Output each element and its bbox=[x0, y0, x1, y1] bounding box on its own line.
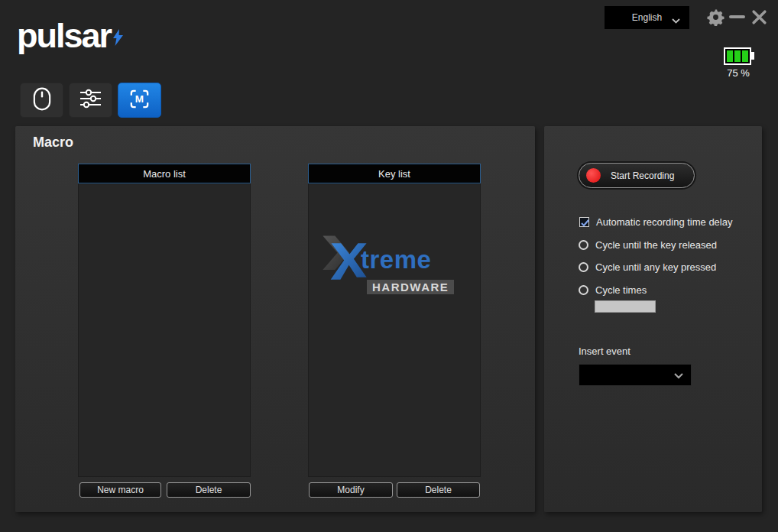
xtreme-hardware-watermark: treme HARDWARE bbox=[323, 235, 472, 294]
cycle-times-radio[interactable] bbox=[579, 285, 588, 295]
close-icon bbox=[751, 16, 767, 28]
macro-panel: Macro Macro list Key list bbox=[15, 126, 535, 512]
tab-settings[interactable] bbox=[69, 83, 112, 118]
chevron-down-icon bbox=[674, 368, 683, 382]
new-macro-button[interactable]: New macro bbox=[79, 482, 161, 498]
macro-m-icon: M bbox=[128, 87, 151, 113]
sliders-icon bbox=[79, 89, 102, 112]
start-recording-button[interactable]: Start Recording bbox=[579, 163, 695, 188]
tab-mouse[interactable] bbox=[20, 83, 63, 118]
battery-bar bbox=[727, 50, 733, 62]
battery-bar bbox=[742, 50, 748, 62]
key-list-header: Key list bbox=[308, 164, 481, 183]
tab-macro[interactable]: M bbox=[118, 83, 161, 118]
cycle-until-pressed-radio[interactable] bbox=[579, 262, 588, 272]
cycle-until-pressed-row[interactable]: Cycle until any key pressed bbox=[579, 261, 716, 273]
cycle-until-released-row[interactable]: Cycle until the key released bbox=[579, 239, 717, 251]
page-title: Macro bbox=[33, 135, 73, 151]
battery-icon bbox=[724, 47, 751, 65]
cycle-times-label[interactable]: Cycle times bbox=[595, 284, 647, 296]
auto-delay-label[interactable]: Automatic recording time delay bbox=[596, 216, 732, 228]
cycle-until-released-radio[interactable] bbox=[579, 240, 588, 250]
key-modify-button[interactable]: Modify bbox=[309, 482, 393, 498]
record-dot-icon bbox=[586, 168, 601, 183]
minimize-button[interactable] bbox=[729, 15, 745, 18]
language-selector[interactable]: English bbox=[605, 6, 689, 29]
key-delete-button[interactable]: Delete bbox=[397, 482, 480, 498]
close-button[interactable] bbox=[750, 9, 767, 26]
watermark-treme-text: treme bbox=[361, 245, 431, 274]
watermark-hardware-text: HARDWARE bbox=[367, 280, 454, 294]
mouse-icon bbox=[33, 86, 51, 114]
macro-list-header: Macro list bbox=[78, 164, 251, 183]
pulsar-logo: pulsar bbox=[17, 17, 123, 53]
auto-delay-row[interactable]: Automatic recording time delay bbox=[579, 216, 732, 228]
language-selected-value: English bbox=[632, 12, 662, 23]
cycle-until-pressed-label[interactable]: Cycle until any key pressed bbox=[595, 261, 716, 273]
chevron-down-icon bbox=[672, 15, 680, 26]
lightning-bolt-icon bbox=[113, 17, 123, 51]
svg-text:M: M bbox=[135, 93, 144, 105]
key-list[interactable]: treme HARDWARE bbox=[308, 183, 481, 477]
auto-delay-checkbox[interactable] bbox=[579, 217, 589, 227]
cycle-times-input[interactable] bbox=[595, 300, 656, 313]
start-recording-label: Start Recording bbox=[611, 170, 674, 181]
logo-text: pulsar bbox=[17, 18, 111, 53]
recording-panel: Start Recording Automatic recording time… bbox=[544, 126, 762, 512]
insert-event-dropdown[interactable] bbox=[579, 364, 692, 386]
insert-event-label: Insert event bbox=[579, 345, 631, 357]
gear-icon bbox=[707, 17, 725, 28]
macro-list[interactable] bbox=[78, 183, 251, 477]
cycle-times-row[interactable]: Cycle times bbox=[579, 284, 647, 296]
settings-gear-button[interactable] bbox=[706, 8, 725, 27]
cycle-until-released-label[interactable]: Cycle until the key released bbox=[595, 239, 717, 251]
macro-delete-button[interactable]: Delete bbox=[167, 482, 251, 498]
battery-bar bbox=[734, 50, 741, 62]
app-window: pulsar English 75 % bbox=[0, 0, 778, 532]
battery-percent-label: 75 % bbox=[717, 67, 760, 79]
